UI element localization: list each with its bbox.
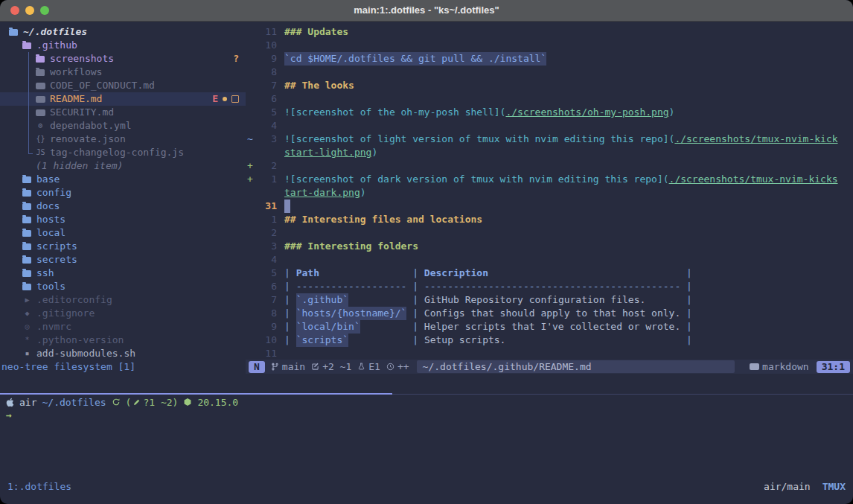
node-icon [183,398,192,406]
editor-line-6[interactable]: 6| ------------------- | ---------------… [246,280,853,293]
gutter-sign [246,293,259,307]
markdown-file-icon [36,96,45,103]
tree-item-.github[interactable]: .github [0,39,246,52]
indent-guide [28,106,29,119]
tree-item-.gitignore[interactable]: ◆.gitignore [0,307,246,320]
tree-item-hosts[interactable]: hosts [0,213,246,226]
gutter-sign [246,347,259,360]
editor-line-8[interactable]: 8| `hosts/{hostname}/` | Configs that sh… [246,307,853,320]
tree-item-label: .github [36,39,77,52]
pane-divider-active[interactable] [0,393,392,395]
line-number: 5 [259,267,277,280]
tree-item-readme.md[interactable]: README.mdE [0,92,246,106]
editor-line-5[interactable]: 5| Path | Description | [246,267,853,280]
tree-item-local[interactable]: local [0,226,246,240]
editor-segment: | [406,307,424,320]
gutter-sign: + [246,159,259,173]
indent-guide [28,119,29,133]
editor-segment: ----------------------------------------… [424,280,680,293]
editor-line-9[interactable]: 9| `local/bin` | Helper scripts that I'v… [246,320,853,334]
editor-line-3[interactable]: ~3![screenshot of light version of tmux … [246,133,853,146]
tree-item-label: (1 hidden item) [36,159,123,173]
editor-segment: GitHub Repository configuration files. [424,293,645,307]
tree-item-workflows[interactable]: workflows [0,66,246,79]
editor-segment: | [284,267,296,280]
folder-icon [22,270,31,277]
file-path: ~/.dotfiles/.github/README.md [417,360,735,373]
editor-line-11[interactable]: 11### Updates [246,25,853,39]
editor-buffer[interactable]: 11### Updates109`cd $HOME/.dotfiles && g… [246,21,853,364]
pane-divider [392,394,853,395]
neotree-status: neo-tree filesystem [1] [1,360,135,374]
git-changes-segment: +2 ~1 [311,361,351,372]
editor-line-7[interactable]: 7| `.github` | GitHub Repository configu… [246,293,853,307]
tree-item-renovate.json[interactable]: {}renovate.json [0,133,246,146]
editor-line-1[interactable]: +1![screenshot of dark version of tmux w… [246,173,853,186]
editor-segment: | [680,280,692,293]
gutter-sign [246,200,259,213]
editor-line-3[interactable]: 3### Interesting folders [246,240,853,253]
editor-line-5[interactable]: 5![screenshot of the oh-my-posh shell](.… [246,106,853,119]
editor-segment: ![screenshot of dark version of tmux wit… [284,173,669,186]
braces-icon: {} [36,133,45,146]
editor-segment: | [284,320,296,334]
tmux-statusbar: 1:.dotfiles air/main TMUX [0,480,853,494]
tree-item-secrets[interactable]: secrets [0,253,246,267]
prompt-git-counts: ?1 ~2) [143,397,178,408]
editor-line-2[interactable]: 2 [246,226,853,240]
tree-item-dependabot.yml[interactable]: ⚙dependabot.yml [0,119,246,133]
tree-item-label: CODE_OF_CONDUCT.md [50,79,155,92]
editor-segment: | [406,280,424,293]
editor-line-4[interactable]: 4 [246,253,853,267]
tree-item-docs[interactable]: docs [0,200,246,213]
gutter-sign [246,226,259,240]
tree-item-.dotfiles[interactable]: ~/.dotfiles [0,25,246,39]
tree-item-scripts[interactable]: scripts [0,240,246,253]
folder-icon [36,69,45,76]
folder-icon [22,230,31,237]
tree-item-config[interactable]: config [0,186,246,200]
tree-item-tools[interactable]: tools [0,280,246,293]
editor-segment: | [406,334,424,347]
tree-item-.python-version[interactable]: *.python-version [0,334,246,347]
editor-line-10[interactable]: 10| `scripts` | Setup scripts. | [246,334,853,347]
editor-line-4[interactable]: 4 [246,119,853,133]
prompt-arrow[interactable]: → [6,409,12,422]
editor-line-wrap-12[interactable]: tart-dark.png) [246,186,853,200]
tree-item-screenshots[interactable]: screenshots? [0,52,246,66]
git-branch-segment: main [271,361,305,372]
text-cursor [284,200,290,213]
folder-icon [22,203,31,210]
editor-line-2[interactable]: +2 [246,159,853,173]
diagnostics-segment: E1 [357,361,380,372]
tree-item-label: dependabot.yml [50,119,132,133]
editor-line-9[interactable]: 9`cd $HOME/.dotfiles && git pull && ./in… [246,52,853,66]
prompt-hostname: air [19,397,36,408]
tree-item-ssh[interactable]: ssh [0,267,246,280]
editor-line-8[interactable]: 8 [246,66,853,79]
git-branch-icon [271,363,279,371]
tree-item-add-submodules.sh[interactable]: ▪add-submodules.sh [0,347,246,360]
tree-item-.nvmrc[interactable]: ◎.nvmrc [0,320,246,334]
tmux-window-name[interactable]: 1:.dotfiles [7,480,71,494]
editor-line-10[interactable]: 10 [246,39,853,52]
editor-line-7[interactable]: 7## The looks [246,79,853,92]
line-number: 7 [259,293,277,307]
tree-item-base[interactable]: base [0,173,246,186]
tree-item-.editorconfig[interactable]: ▶.editorconfig [0,293,246,307]
gutter-sign [246,79,259,92]
tree-item-tag-changelog-config.js[interactable]: JStag-changelog-config.js [0,146,246,159]
editor-segment: `local/bin` [296,320,360,334]
editor-line-1[interactable]: 1## Interesting files and locations [246,213,853,226]
editor-segment: `cd $HOME/.dotfiles && git pull && ./ins… [284,52,546,66]
line-number: 3 [259,240,277,253]
git-changes: +2 ~1 [322,361,351,372]
editor-line-11[interactable]: 11 [246,347,853,360]
tree-item-code_of_conduct.md[interactable]: CODE_OF_CONDUCT.md [0,79,246,92]
tree-item-security.md[interactable]: SECURITY.md [0,106,246,119]
editor-line-6[interactable]: 6 [246,92,853,106]
editor-line-wrap-9[interactable]: start-light.png) [246,146,853,159]
editor-line-31[interactable]: 31 [246,200,853,213]
tree-item-1hiddenitem[interactable]: (1 hidden item) [0,159,246,173]
line-number: 6 [259,92,277,106]
